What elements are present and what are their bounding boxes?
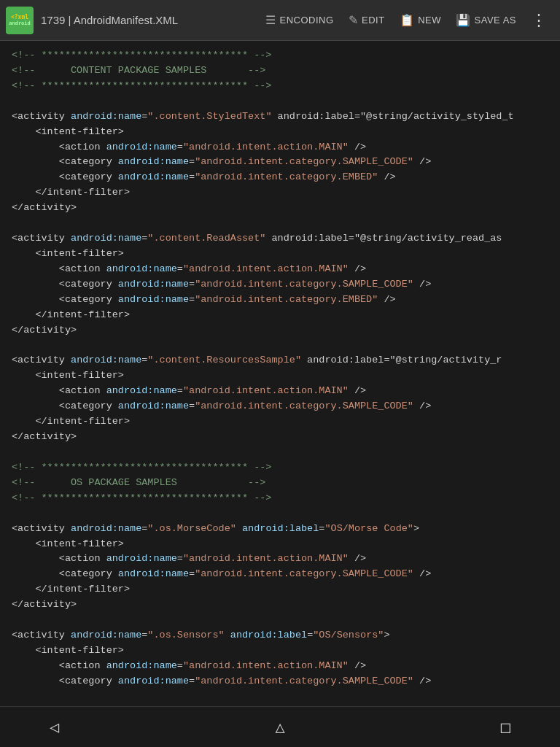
toolbar: <?xml android 1739 | AndroidManifest.XML… xyxy=(0,0,560,41)
new-button[interactable]: 📋 NEW xyxy=(392,9,448,31)
app-icon: <?xml android xyxy=(6,7,34,34)
encoding-label: ENCODING xyxy=(280,15,334,26)
edit-button[interactable]: ✎ EDIT xyxy=(341,9,392,31)
save-as-label: SAVE AS xyxy=(475,15,516,26)
save-as-icon: 💾 xyxy=(456,13,471,27)
navigation-bar: ◁ △ □ xyxy=(0,706,560,747)
encoding-button[interactable]: ☰ ENCODING xyxy=(258,9,341,31)
code-content[interactable]: <!-- ***********************************… xyxy=(0,48,560,689)
file-info: 1739 | AndroidManifest.XML xyxy=(41,14,178,26)
back-button[interactable]: ◁ xyxy=(44,712,65,742)
app-icon-text: <?xml android xyxy=(9,14,31,27)
new-label: NEW xyxy=(418,15,441,26)
save-as-button[interactable]: 💾 SAVE AS xyxy=(448,9,524,31)
new-icon: 📋 xyxy=(400,13,415,27)
code-area: <!-- ***********************************… xyxy=(0,41,560,706)
recents-button[interactable]: □ xyxy=(495,712,516,742)
edit-icon: ✎ xyxy=(349,13,359,27)
overflow-button[interactable]: ⋮ xyxy=(524,7,554,34)
encoding-icon: ☰ xyxy=(265,13,276,27)
edit-label: EDIT xyxy=(362,15,385,26)
home-button[interactable]: △ xyxy=(269,712,290,742)
